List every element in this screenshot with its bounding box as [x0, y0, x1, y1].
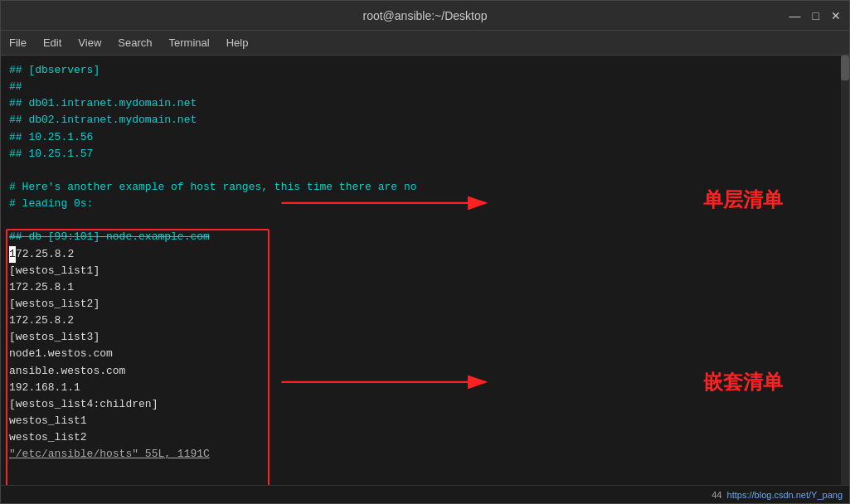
- term-line: westos_list1: [9, 413, 841, 429]
- terminal-body: ## [dbservers] ## ## db01.intranet.mydom…: [1, 56, 849, 485]
- terminal-window: root@ansible:~/Desktop — □ ✕ File Edit V…: [0, 0, 850, 504]
- term-line: ## 10.25.1.57: [9, 146, 841, 162]
- label-nested-list: 嵌套清单: [703, 369, 783, 395]
- label-single-list: 单层清单: [703, 187, 783, 213]
- term-line: node1.westos.com: [9, 346, 841, 362]
- scrollbar[interactable]: [841, 56, 849, 485]
- menu-help[interactable]: Help: [226, 36, 249, 49]
- menu-edit[interactable]: Edit: [43, 36, 61, 49]
- status-bar: 44 https://blog.csdn.net/Y_pang: [1, 485, 849, 503]
- status-url: https://blog.csdn.net/Y_pang: [727, 490, 843, 500]
- title-bar: root@ansible:~/Desktop — □ ✕: [1, 1, 849, 31]
- menu-bar: File Edit View Search Terminal Help: [1, 31, 849, 56]
- term-line: westos_list2: [9, 429, 841, 446]
- scrollbar-thumb[interactable]: [841, 56, 849, 80]
- status-line-col: 44: [712, 490, 726, 500]
- menu-file[interactable]: File: [9, 36, 27, 49]
- term-line: ## db-[99:101]-node.example.com: [9, 229, 841, 245]
- term-line: ## [dbservers]: [9, 62, 841, 79]
- term-line: ##: [9, 79, 841, 95]
- menu-terminal[interactable]: Terminal: [169, 36, 210, 49]
- maximize-button[interactable]: □: [813, 9, 819, 22]
- term-line: ## db02.intranet.mydomain.net: [9, 112, 841, 128]
- menu-search[interactable]: Search: [118, 36, 152, 49]
- close-button[interactable]: ✕: [831, 9, 841, 22]
- minimize-button[interactable]: —: [789, 9, 801, 22]
- window-controls[interactable]: — □ ✕: [789, 9, 841, 22]
- term-line: 172.25.8.2: [9, 313, 841, 329]
- term-line: 172.25.8.2: [9, 246, 841, 263]
- term-line: [westos_list1]: [9, 263, 841, 279]
- term-line: [westos_list2]: [9, 296, 841, 313]
- menu-view[interactable]: View: [78, 36, 101, 49]
- term-line: [westos_list4:children]: [9, 396, 841, 413]
- term-line: [westos_list3]: [9, 329, 841, 346]
- term-line: ## 10.25.1.56: [9, 129, 841, 146]
- term-line: [9, 162, 841, 179]
- term-line: ## db01.intranet.mydomain.net: [9, 95, 841, 112]
- term-line: 172.25.8.1: [9, 279, 841, 296]
- term-line: "/etc/ansible/hosts" 55L, 1191C: [9, 446, 841, 463]
- term-line: [9, 212, 841, 229]
- window-title: root@ansible:~/Desktop: [362, 9, 487, 22]
